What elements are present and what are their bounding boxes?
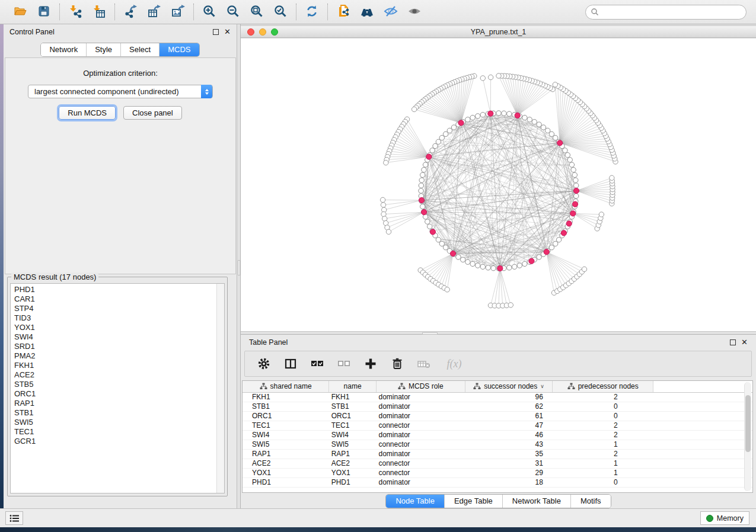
mcds-result-item[interactable]: GCR1 <box>14 437 216 446</box>
cell-MCDS-role[interactable]: connector <box>376 468 465 477</box>
tab-node-table[interactable]: Node Table <box>386 495 444 508</box>
column-view-button[interactable] <box>283 357 298 371</box>
export-network-button[interactable] <box>123 4 138 20</box>
delete-row-button[interactable] <box>390 357 404 371</box>
close-panel-icon[interactable]: ✕ <box>224 29 231 35</box>
cell-successor-nodes[interactable]: 35 <box>465 449 553 459</box>
cell-shared-name[interactable]: YOX1 <box>243 468 329 477</box>
cell-successor-nodes[interactable]: 62 <box>465 402 553 411</box>
refresh-button[interactable] <box>304 4 320 20</box>
mcds-result-item[interactable]: STB1 <box>14 408 216 418</box>
mcds-result-item[interactable]: SWI4 <box>14 332 216 342</box>
import-table-button[interactable] <box>91 4 107 20</box>
network-canvas[interactable] <box>241 39 756 331</box>
mcds-result-item[interactable]: YOX1 <box>14 323 216 332</box>
mcds-result-item[interactable]: ACE2 <box>14 370 216 380</box>
cell-successor-nodes[interactable]: 43 <box>465 440 553 449</box>
cell-shared-name[interactable]: RAP1 <box>243 449 329 459</box>
deselect-all-button[interactable] <box>337 357 351 371</box>
mcds-result-item[interactable]: ORC1 <box>14 389 216 399</box>
table-row[interactable]: ORC1ORC1dominator610 <box>243 411 752 421</box>
zoom-selected-button[interactable] <box>273 4 288 20</box>
mcds-result-item[interactable]: PMA2 <box>14 351 216 361</box>
table-row[interactable]: PHD1PHD1dominator180 <box>243 477 752 487</box>
first-neighbors-button[interactable] <box>359 4 375 20</box>
mcds-result-item[interactable]: FKH1 <box>14 361 216 370</box>
mcds-list-scrollbar[interactable] <box>216 284 224 493</box>
cell-name[interactable]: RAP1 <box>329 449 377 459</box>
cell-shared-name[interactable]: ORC1 <box>243 411 329 421</box>
run-mcds-button[interactable]: Run MCDS <box>59 106 116 120</box>
cell-successor-nodes[interactable]: 47 <box>465 421 553 430</box>
table-row[interactable]: SWI4SWI4dominator462 <box>243 430 752 440</box>
cell-shared-name[interactable]: SWI4 <box>243 430 329 440</box>
cell-MCDS-role[interactable]: dominator <box>376 449 465 459</box>
add-row-button[interactable] <box>363 357 378 371</box>
cell-successor-nodes[interactable]: 31 <box>465 459 553 468</box>
zoom-in-button[interactable] <box>202 4 217 20</box>
table-row[interactable]: YOX1YOX1connector291 <box>243 468 752 477</box>
export-table-button[interactable] <box>146 4 162 20</box>
criterion-dropdown[interactable]: largest connected component (undirected) <box>28 85 213 98</box>
cell-name[interactable]: STB1 <box>329 402 377 411</box>
tab-mcds[interactable]: MCDS <box>159 43 199 56</box>
new-network-from-selection-button[interactable] <box>336 4 351 20</box>
splitter-handle[interactable] <box>238 260 240 275</box>
cell-successor-nodes[interactable]: 18 <box>465 477 553 487</box>
cell-predecessor-nodes[interactable]: 0 <box>553 411 653 421</box>
cell-successor-nodes[interactable]: 61 <box>465 411 553 421</box>
settings-button[interactable] <box>257 357 271 371</box>
table-row[interactable]: STB1STB1dominator620 <box>243 402 752 411</box>
cell-name[interactable]: ACE2 <box>329 459 377 468</box>
mcds-result-item[interactable]: SRD1 <box>14 342 216 351</box>
cell-name[interactable]: FKH1 <box>329 392 377 402</box>
column-header-shared-name[interactable]: shared name <box>243 381 329 392</box>
cell-shared-name[interactable]: SWI5 <box>243 440 329 449</box>
cell-predecessor-nodes[interactable]: 2 <box>553 392 653 402</box>
cell-MCDS-role[interactable]: connector <box>376 440 465 449</box>
cell-predecessor-nodes[interactable]: 1 <box>553 459 653 468</box>
mcds-result-item[interactable]: TEC1 <box>14 427 216 437</box>
table-row[interactable]: SWI5SWI5connector431 <box>243 440 752 449</box>
cell-predecessor-nodes[interactable]: 0 <box>553 402 653 411</box>
float-panel-icon[interactable] <box>730 339 736 345</box>
cell-successor-nodes[interactable]: 46 <box>465 430 553 440</box>
cell-shared-name[interactable]: FKH1 <box>243 392 329 402</box>
tab-network[interactable]: Network <box>41 43 86 56</box>
close-panel-icon[interactable]: ✕ <box>741 339 748 345</box>
cell-predecessor-nodes[interactable]: 2 <box>553 449 653 459</box>
cell-MCDS-role[interactable]: connector <box>376 421 465 430</box>
tab-network-table[interactable]: Network Table <box>502 495 570 508</box>
export-image-button[interactable] <box>170 4 186 20</box>
mcds-result-item[interactable]: TID3 <box>14 313 216 323</box>
mcds-result-item[interactable]: RAP1 <box>14 399 216 408</box>
import-network-button[interactable] <box>68 4 83 20</box>
show-all-button[interactable] <box>407 4 422 20</box>
tab-edge-table[interactable]: Edge Table <box>444 495 502 508</box>
cell-MCDS-role[interactable]: dominator <box>376 477 465 487</box>
scrollbar-thumb[interactable] <box>745 395 751 452</box>
cell-predecessor-nodes[interactable]: 2 <box>553 421 653 430</box>
cell-MCDS-role[interactable]: connector <box>376 459 465 468</box>
cell-name[interactable]: SWI5 <box>329 440 377 449</box>
tab-style[interactable]: Style <box>86 43 120 56</box>
cell-MCDS-role[interactable]: dominator <box>376 392 465 402</box>
cell-name[interactable]: PHD1 <box>329 477 377 487</box>
cell-predecessor-nodes[interactable]: 2 <box>553 430 653 440</box>
cell-predecessor-nodes[interactable]: 0 <box>553 477 653 487</box>
table-row[interactable]: RAP1RAP1dominator352 <box>243 449 752 459</box>
zoom-out-button[interactable] <box>225 4 241 20</box>
cell-shared-name[interactable]: TEC1 <box>243 421 329 430</box>
cell-shared-name[interactable]: ACE2 <box>243 459 329 468</box>
save-button[interactable] <box>36 4 52 20</box>
zoom-fit-button[interactable] <box>249 4 264 20</box>
table-row[interactable]: FKH1FKH1dominator962 <box>243 392 752 402</box>
cell-shared-name[interactable]: PHD1 <box>243 477 329 487</box>
cell-shared-name[interactable]: STB1 <box>243 402 329 411</box>
cell-predecessor-nodes[interactable]: 1 <box>553 440 653 449</box>
column-header-MCDS-role[interactable]: MCDS role <box>376 381 465 392</box>
network-graph[interactable] <box>241 39 756 331</box>
table-row[interactable]: ACE2ACE2connector311 <box>243 459 752 468</box>
memory-button[interactable]: Memory <box>700 511 749 525</box>
cell-MCDS-role[interactable]: dominator <box>376 402 465 411</box>
